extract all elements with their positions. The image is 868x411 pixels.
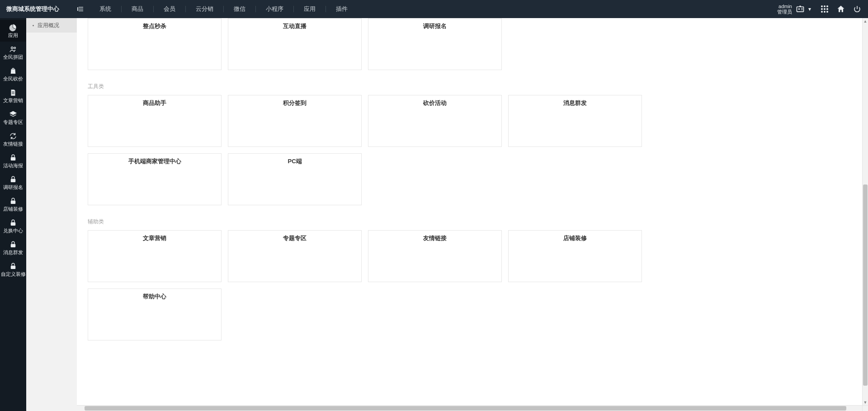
sidebar-item-label: 消息群发: [3, 250, 23, 255]
card-title: PC端: [234, 157, 356, 165]
svg-rect-17: [11, 222, 16, 226]
sub-sidebar-item[interactable]: 应用概况: [26, 18, 77, 33]
topbar-right: admin 管理员 ▾: [777, 0, 868, 18]
app-card[interactable]: 调研报名: [368, 18, 502, 70]
topnav-item[interactable]: 插件: [326, 0, 358, 18]
sidebar: 应用全民拼团全民砍价文章营销专题专区友情链接活动海报调研报名店铺装修兑换中心消息…: [0, 18, 26, 411]
sidebar-item[interactable]: 自定义装修: [0, 259, 26, 280]
svg-point-12: [11, 47, 14, 49]
refresh-icon: [9, 132, 17, 140]
sidebar-item-label: 全民拼团: [3, 55, 23, 60]
card-title: 专题专区: [234, 234, 356, 242]
app-card[interactable]: PC端: [228, 153, 362, 205]
svg-rect-19: [11, 266, 16, 269]
sidebar-item[interactable]: 消息群发: [0, 237, 26, 259]
sidebar-item[interactable]: 文章营销: [0, 85, 26, 107]
card-title: 店铺装修: [514, 234, 636, 242]
pie-icon: [9, 24, 17, 32]
svg-point-9: [821, 11, 823, 13]
topnav-item[interactable]: 应用: [294, 0, 326, 18]
sidebar-item[interactable]: 全民砍价: [0, 63, 26, 85]
card-row: 整点秒杀互动直播调研报名: [88, 18, 859, 70]
svg-rect-16: [11, 201, 16, 204]
lock-icon: [9, 154, 17, 162]
lock-icon: [9, 219, 17, 227]
topbar: 微商城系统管理中心 系统商品会员云分销微信小程序应用插件 admin 管理员 ▾: [0, 0, 868, 18]
sidebar-item[interactable]: 店铺装修: [0, 194, 26, 215]
sidebar-item-label: 活动海报: [3, 163, 23, 168]
svg-point-3: [821, 5, 823, 7]
app-card[interactable]: 商品助手: [88, 95, 222, 147]
sidebar-item[interactable]: 友情链接: [0, 128, 26, 150]
card-row: 手机端商家管理中心PC端: [88, 153, 859, 205]
vertical-scroll-thumb[interactable]: [863, 184, 868, 386]
card-title: 友情链接: [374, 234, 496, 242]
sidebar-item-label: 店铺装修: [3, 207, 23, 212]
lock-icon: [9, 241, 17, 249]
sidebar-item-label: 全民砍价: [3, 76, 23, 81]
horizontal-scroll-thumb[interactable]: [85, 406, 846, 411]
topnav-item[interactable]: 小程序: [256, 0, 293, 18]
topnav-item[interactable]: 微信: [224, 0, 255, 18]
app-card[interactable]: 互动直播: [228, 18, 362, 70]
sidebar-item[interactable]: 全民拼团: [0, 42, 26, 63]
svg-point-13: [14, 47, 16, 49]
topnav-item[interactable]: 系统: [90, 0, 121, 18]
user-menu[interactable]: admin 管理员 ▾: [777, 4, 813, 14]
svg-rect-2: [799, 6, 801, 7]
svg-rect-15: [11, 179, 16, 183]
apps-icon[interactable]: [820, 5, 829, 14]
sidebar-item[interactable]: 活动海报: [0, 150, 26, 172]
collapse-nav-icon[interactable]: [77, 5, 85, 13]
app-card[interactable]: 友情链接: [368, 230, 502, 282]
svg-point-6: [821, 8, 823, 10]
card-title: 整点秒杀: [94, 22, 216, 30]
card-title: 互动直播: [234, 22, 356, 30]
app-card[interactable]: 手机端商家管理中心: [88, 153, 222, 205]
power-icon[interactable]: [853, 5, 862, 14]
app-card[interactable]: 整点秒杀: [88, 18, 222, 70]
scroll-down-button[interactable]: ▼: [863, 399, 868, 405]
section-title: 工具类: [88, 76, 859, 95]
card-row: 帮助中心: [88, 288, 859, 340]
topnav-item[interactable]: 商品: [122, 0, 153, 18]
svg-rect-18: [11, 244, 16, 248]
app-card[interactable]: 店铺装修: [508, 230, 642, 282]
scroll-up-button[interactable]: ▲: [863, 18, 868, 24]
topnav-item[interactable]: 云分销: [186, 0, 223, 18]
app-card[interactable]: 专题专区: [228, 230, 362, 282]
sidebar-item-label: 应用: [8, 33, 18, 38]
card-row: 文章营销专题专区友情链接店铺装修: [88, 230, 859, 282]
section-title: 辅助类: [88, 212, 859, 230]
sidebar-item[interactable]: 应用: [0, 20, 26, 42]
svg-point-7: [824, 8, 826, 10]
lock-icon: [9, 197, 17, 205]
user-role: 管理员: [777, 9, 792, 14]
home-icon[interactable]: [836, 5, 845, 14]
sidebar-item[interactable]: 调研报名: [0, 172, 26, 194]
app-card[interactable]: 帮助中心: [88, 288, 222, 340]
vertical-scrollbar[interactable]: ▲ ▼: [862, 18, 868, 405]
main-content: 整点秒杀互动直播调研报名工具类商品助手积分签到砍价活动消息群发手机端商家管理中心…: [77, 18, 868, 411]
doc-icon: [9, 89, 17, 97]
horizontal-scrollbar[interactable]: [77, 405, 862, 411]
sidebar-item[interactable]: 专题专区: [0, 107, 26, 128]
sidebar-item-label: 调研报名: [3, 185, 23, 190]
sidebar-item-label: 兑换中心: [3, 228, 23, 233]
people-icon: [9, 45, 17, 53]
topnav-item[interactable]: 会员: [154, 0, 185, 18]
app-card[interactable]: 砍价活动: [368, 95, 502, 147]
brand-title: 微商城系统管理中心: [0, 0, 77, 18]
layers-icon: [9, 110, 17, 118]
app-card[interactable]: 消息群发: [508, 95, 642, 147]
card-title: 消息群发: [514, 99, 636, 107]
sidebar-item-label: 文章营销: [3, 98, 23, 103]
sidebar-item[interactable]: 兑换中心: [0, 215, 26, 237]
app-card[interactable]: 文章营销: [88, 230, 222, 282]
sidebar-item-label: 专题专区: [3, 120, 23, 125]
card-title: 文章营销: [94, 234, 216, 242]
sub-sidebar-label: 应用概况: [38, 22, 59, 29]
card-row: 商品助手积分签到砍价活动消息群发: [88, 95, 859, 147]
lock-icon: [9, 262, 17, 270]
app-card[interactable]: 积分签到: [228, 95, 362, 147]
